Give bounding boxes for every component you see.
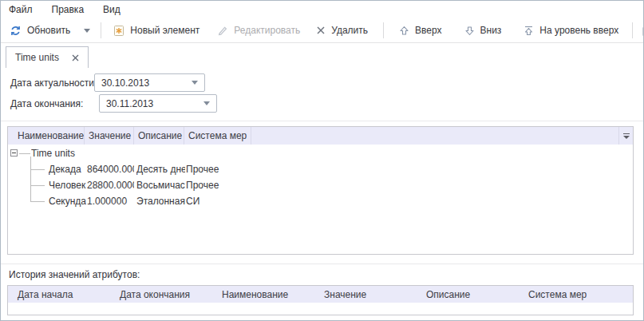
- column-header-filler: [251, 127, 619, 145]
- menu-edit[interactable]: Правка: [52, 2, 85, 18]
- cell-description: Восьмичасов: [136, 177, 185, 193]
- column-header-system[interactable]: Система мер: [184, 127, 251, 145]
- edit-button[interactable]: Редактировать: [211, 22, 306, 38]
- new-item-icon: [113, 25, 124, 37]
- move-up-label: Вверх: [415, 25, 441, 36]
- new-item-label: Новый элемент: [130, 25, 200, 36]
- delete-x-icon: [316, 26, 326, 35]
- move-down-label: Вниз: [480, 25, 502, 36]
- history-column-name[interactable]: Наименование: [212, 286, 314, 303]
- column-chooser-button[interactable]: [619, 127, 633, 145]
- cell-name: Человек: [49, 177, 86, 193]
- tree-root-label: Time units: [31, 145, 103, 161]
- history-column-description[interactable]: Описание: [417, 286, 519, 303]
- arrow-up-to-bar-icon: [523, 26, 534, 36]
- history-column-start-date[interactable]: Дата начала: [8, 286, 110, 303]
- end-date-label: Дата окончания:: [10, 98, 83, 109]
- level-up-label: На уровень вверх: [539, 25, 618, 36]
- refresh-icon: [10, 25, 22, 37]
- app-window: Файл Правка Вид Обновить: [0, 0, 644, 321]
- arrow-up-outline-icon: [399, 26, 409, 36]
- collapse-toggle-icon[interactable]: [10, 149, 18, 157]
- move-up-button[interactable]: Вверх: [393, 22, 447, 38]
- menu-bar: Файл Правка Вид: [1, 1, 643, 18]
- arrow-down-outline-icon: [464, 26, 475, 36]
- document-arrow-icon: [641, 25, 644, 37]
- toolbar: Обновить Новый элемент Редактироват: [1, 18, 643, 43]
- new-item-button[interactable]: Новый элемент: [108, 22, 205, 39]
- cell-value: 1.000000: [87, 193, 134, 209]
- tree-table-header: Наименование Значение Описание Система м…: [8, 127, 633, 145]
- level-up-button[interactable]: На уровень вверх: [518, 22, 624, 38]
- history-table-header: Дата начала Дата окончания Наименование …: [8, 286, 633, 303]
- column-header-name[interactable]: Наименование: [8, 127, 85, 145]
- cell-description: Десять дней: [136, 161, 185, 177]
- copy-document-button[interactable]: [641, 22, 644, 39]
- toolbar-separator: [101, 22, 101, 38]
- edit-label: Редактировать: [234, 25, 300, 36]
- refresh-button[interactable]: Обновить: [4, 22, 96, 39]
- actual-date-value: 30.10.2013: [101, 77, 192, 89]
- cell-system: Прочее: [186, 177, 250, 193]
- tree-table-panel: Наименование Значение Описание Система м…: [7, 126, 634, 255]
- end-date-value: 30.11.2013: [106, 98, 203, 109]
- history-table-body: [8, 303, 633, 315]
- end-date-combobox[interactable]: 30.11.2013: [99, 94, 217, 113]
- table-row[interactable]: Декада 864000.0000 Десять дней Прочее: [8, 161, 633, 177]
- delete-label: Удалить: [331, 25, 368, 36]
- tree-root-row[interactable]: Time units: [8, 145, 633, 161]
- history-column-system[interactable]: Система мер: [519, 286, 633, 303]
- menu-file[interactable]: Файл: [9, 2, 33, 18]
- move-down-button[interactable]: Вниз: [459, 22, 508, 38]
- column-chooser-icon: [623, 133, 630, 139]
- horizontal-separator: [1, 121, 643, 121]
- cell-description: Эталонная: [136, 193, 185, 209]
- tab-close-icon[interactable]: [72, 54, 79, 61]
- history-column-value[interactable]: Значение: [314, 286, 417, 303]
- history-section-label: История значений атрибутов:: [9, 269, 140, 280]
- table-row[interactable]: Человек 28800.00000 Восьмичасов Прочее: [8, 177, 633, 193]
- refresh-dropdown-icon[interactable]: [84, 29, 90, 33]
- combo-dropdown-icon[interactable]: [192, 81, 198, 85]
- cell-system: Прочее: [186, 161, 250, 177]
- cell-value: 28800.00000: [87, 177, 134, 193]
- menu-view[interactable]: Вид: [103, 2, 121, 18]
- pencil-icon: [217, 25, 228, 36]
- column-header-description[interactable]: Описание: [134, 127, 184, 145]
- cell-value: 864000.0000: [87, 161, 134, 177]
- column-header-value[interactable]: Значение: [85, 127, 134, 145]
- delete-button[interactable]: Удалить: [310, 22, 373, 38]
- cell-name: Декада: [49, 161, 86, 177]
- history-column-end-date[interactable]: Дата окончания: [110, 286, 212, 303]
- actual-date-label: Дата актуальности:: [10, 77, 97, 89]
- table-row[interactable]: Секунда 1.000000 Эталонная СИ: [8, 193, 633, 209]
- toolbar-separator: [383, 22, 384, 38]
- tab-time-units[interactable]: Time units: [6, 46, 89, 68]
- tab-label: Time units: [15, 52, 59, 63]
- actual-date-combobox[interactable]: 30.10.2013: [94, 73, 205, 92]
- history-table-panel: Дата начала Дата окончания Наименование …: [7, 285, 634, 315]
- cell-system: СИ: [186, 193, 250, 209]
- cell-name: Секунда: [49, 193, 86, 209]
- combo-dropdown-icon[interactable]: [203, 101, 210, 105]
- refresh-label: Обновить: [27, 25, 70, 36]
- toolbar-separator: [632, 22, 633, 38]
- horizontal-separator: [1, 264, 643, 264]
- tree-table-body: Time units Декада 864000.0000 Десять дне…: [8, 145, 633, 254]
